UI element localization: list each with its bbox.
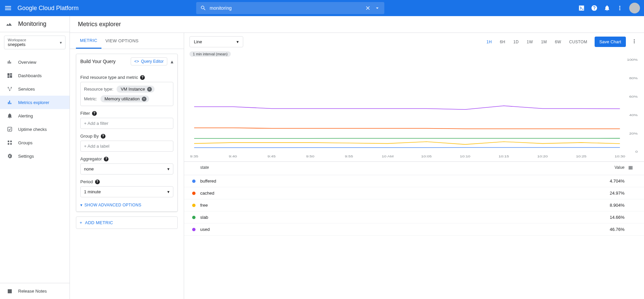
release-notes[interactable]: Release Notes	[0, 283, 70, 299]
x-tick-label: 9:50	[306, 154, 314, 158]
legend-state: slab	[200, 215, 598, 220]
x-tick-label: 9:40	[229, 154, 237, 158]
legend-table: state Value buffered 4.704% cached 24.97…	[184, 161, 644, 236]
legend-state: cached	[200, 191, 598, 196]
time-range-1w[interactable]: 1W	[523, 38, 536, 46]
period-label: Period ?	[80, 179, 173, 184]
x-tick-label: 10:10	[460, 154, 470, 158]
search-bar[interactable]	[196, 2, 384, 14]
save-chart-button[interactable]: Save Chart	[595, 37, 626, 47]
legend-row[interactable]: buffered 4.704%	[184, 175, 644, 187]
more-vert-icon[interactable]	[616, 5, 623, 11]
series-line-used	[194, 106, 620, 109]
chevron-down-icon: ▾	[167, 166, 170, 171]
help-icon[interactable]: ?	[104, 157, 109, 161]
resource-metric-box[interactable]: Resource type: VM Instance × Metric: Mem…	[80, 82, 173, 106]
filter-label: Filter ?	[80, 111, 173, 116]
time-range-1d[interactable]: 1D	[510, 38, 522, 46]
x-tick-label: 10:05	[421, 154, 432, 158]
header-right	[578, 3, 640, 13]
search-input[interactable]	[210, 5, 362, 11]
chevron-down-icon: ▾	[60, 40, 62, 45]
period-select[interactable]: 1 minute ▾	[80, 186, 173, 197]
x-tick-label: 9:45	[267, 154, 275, 158]
legend-color-dot	[192, 204, 196, 207]
legend-color-dot	[192, 216, 196, 219]
clear-search-icon[interactable]	[365, 5, 371, 11]
groups-icon	[7, 140, 13, 146]
help-icon[interactable]	[591, 5, 598, 11]
notifications-icon[interactable]	[604, 5, 610, 11]
nav-dashboards[interactable]: Dashboards	[0, 69, 70, 82]
legend-row[interactable]: used 46.76%	[184, 223, 644, 236]
legend-row[interactable]: cached 24.97%	[184, 187, 644, 199]
series-line-buffered	[194, 147, 620, 148]
x-tick-label: 10 AM	[382, 154, 394, 158]
help-icon[interactable]: ?	[140, 75, 145, 80]
chart[interactable]: 020%40%60%80%100%9:359:409:459:509:5510 …	[189, 58, 639, 159]
search-icon	[200, 5, 206, 11]
tab-view-options[interactable]: View Options	[101, 33, 143, 49]
cloud-shell-icon[interactable]	[578, 5, 585, 11]
remove-chip-icon[interactable]: ×	[147, 87, 152, 92]
filter-input[interactable]: + Add a filter	[80, 118, 173, 129]
plus-icon: +	[80, 220, 82, 225]
hamburger-icon[interactable]	[4, 4, 12, 12]
help-icon[interactable]: ?	[95, 180, 100, 184]
legend-row[interactable]: free 8.904%	[184, 199, 644, 211]
x-tick-label: 9:55	[345, 154, 353, 158]
chart-type-select[interactable]: Line ▾	[189, 36, 243, 47]
nav-metrics-explorer[interactable]: Metrics explorer	[0, 96, 70, 109]
nav-overview[interactable]: Overview	[0, 55, 70, 69]
legend-value: 8.904%	[598, 203, 625, 208]
help-icon[interactable]: ?	[101, 134, 105, 139]
svg-rect-4	[8, 141, 9, 142]
expand-search-icon[interactable]	[374, 5, 380, 11]
y-tick-label: 20%	[629, 132, 638, 135]
add-metric-button[interactable]: + Add Metric	[76, 216, 178, 229]
query-panel: Metric View Options Build Your Query <> …	[70, 33, 184, 299]
y-tick-label: 80%	[629, 77, 638, 80]
time-range-custom[interactable]: CUSTOM	[566, 38, 591, 46]
nav-groups[interactable]: Groups	[0, 136, 70, 149]
y-tick-label: 40%	[629, 113, 638, 116]
chevron-down-icon: ▾	[237, 39, 239, 44]
legend-row[interactable]: slab 14.66%	[184, 211, 644, 223]
time-range-6w[interactable]: 6W	[552, 38, 565, 46]
time-range-1m[interactable]: 1M	[538, 38, 550, 46]
x-tick-label: 9:35	[190, 154, 198, 158]
legend-state: buffered	[200, 179, 598, 184]
chart-more-icon[interactable]	[630, 37, 639, 47]
aggregator-select[interactable]: none ▾	[80, 163, 173, 175]
time-range-6h[interactable]: 6H	[497, 38, 509, 46]
help-icon[interactable]: ?	[92, 111, 97, 116]
alerting-icon	[7, 113, 13, 119]
build-query-title: Build Your Query	[80, 59, 131, 64]
sidebar: Monitoring Workspace sneppets ▾ Overview…	[0, 16, 70, 299]
interval-badge: 1 min interval (mean)	[189, 51, 231, 57]
gcp-header: Google Cloud Platform	[0, 0, 644, 16]
user-avatar[interactable]	[629, 3, 640, 13]
time-range-1h[interactable]: 1H	[483, 38, 495, 46]
nav-uptime[interactable]: Uptime checks	[0, 122, 70, 136]
tab-metric[interactable]: Metric	[76, 33, 101, 49]
workspace-selector[interactable]: Workspace sneppets ▾	[4, 36, 66, 49]
find-resource-label: Find resource type and metric ?	[80, 75, 173, 80]
query-editor-button[interactable]: <> Query Editor	[131, 57, 167, 65]
svg-point-2	[9, 90, 10, 91]
collapse-icon[interactable]: ▴	[171, 58, 173, 65]
page-title: Metrics explorer	[70, 16, 644, 33]
metric-chip[interactable]: Memory utilization ×	[100, 95, 149, 102]
nav-settings[interactable]: Settings	[0, 149, 70, 163]
show-advanced-link[interactable]: ▾ Show Advanced Options	[80, 203, 173, 207]
config-tabs: Metric View Options	[70, 33, 184, 49]
nav-alerting[interactable]: Alerting	[0, 109, 70, 122]
remove-chip-icon[interactable]: ×	[142, 97, 146, 101]
notes-icon	[7, 288, 13, 294]
legend-color-dot	[192, 180, 196, 183]
legend-state: free	[200, 203, 598, 208]
groupby-input[interactable]: + Add a label	[80, 141, 173, 152]
resource-type-chip[interactable]: VM Instance ×	[117, 86, 154, 93]
columns-icon[interactable]	[628, 165, 636, 171]
nav-services[interactable]: Services	[0, 82, 70, 96]
